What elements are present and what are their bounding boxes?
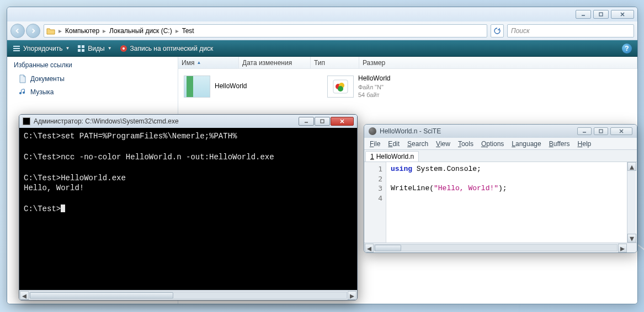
scite-vscrollbar[interactable]: ▴ ▾: [627, 162, 636, 243]
file-item-exe[interactable]: HelloWorld: [184, 74, 316, 99]
explorer-toolbar: Упорядочить ▼ Виды ▼ Запись на оптически…: [7, 40, 637, 57]
scite-title-text: HelloWorld.n - SciTE: [380, 127, 441, 135]
cmd-close-button[interactable]: [331, 117, 354, 126]
toolbar-burn[interactable]: Запись на оптический диск: [120, 45, 214, 52]
folder-icon: [46, 27, 55, 35]
documents-icon: [18, 74, 27, 83]
scite-editor[interactable]: 1234 using System.Console; WriteLine("He…: [364, 162, 637, 243]
breadcrumb-segment[interactable]: Test: [182, 27, 194, 35]
file-list: HelloWorld HelloWorld Файл "N" 54 байт: [178, 69, 637, 104]
scite-icon: [369, 127, 376, 135]
n-file-icon: [327, 76, 354, 98]
search-placeholder: Поиск: [511, 27, 530, 35]
explorer-titlebar[interactable]: [7, 7, 637, 21]
breadcrumb-segment[interactable]: Компьютер: [65, 27, 99, 35]
nav-back-button[interactable]: [10, 24, 25, 38]
column-size[interactable]: Размер: [359, 57, 637, 68]
scite-menu-file[interactable]: File: [370, 140, 380, 148]
column-name[interactable]: Имя ▲: [178, 57, 239, 68]
svg-rect-1: [599, 13, 603, 16]
explorer-minimize-button[interactable]: [576, 10, 591, 19]
toolbar-views-label: Виды: [88, 45, 104, 52]
svg-rect-10: [82, 49, 84, 52]
file-name: HelloWorld: [215, 82, 247, 91]
toolbar-views[interactable]: Виды ▼: [77, 45, 111, 52]
explorer-close-button[interactable]: [611, 10, 634, 19]
scite-menu-language[interactable]: Language: [512, 140, 541, 148]
scite-close-button[interactable]: [610, 127, 632, 135]
scroll-up-icon[interactable]: ▴: [627, 162, 636, 171]
column-headers: Имя ▲ Дата изменения Тип Размер: [178, 57, 637, 69]
scite-menu-view[interactable]: View: [436, 140, 450, 148]
sidebar-link-music[interactable]: Музыка: [14, 85, 171, 99]
scite-menu-help[interactable]: Help: [578, 140, 592, 148]
scite-tab-index: 1: [370, 153, 374, 160]
cmd-icon: [23, 117, 30, 125]
toolbar-organize[interactable]: Упорядочить ▼: [13, 45, 70, 52]
file-item-n[interactable]: HelloWorld Файл "N" 54 байт: [327, 74, 460, 99]
cmd-titlebar[interactable]: Администратор: C:\Windows\System32\cmd.e…: [19, 115, 357, 128]
sidebar-header: Избранные ссылки: [14, 61, 171, 69]
scroll-right-icon[interactable]: ▸: [348, 291, 356, 300]
chevron-right-icon: ▸: [175, 27, 179, 35]
scite-titlebar[interactable]: HelloWorld.n - SciTE: [364, 125, 637, 138]
svg-rect-22: [599, 130, 603, 133]
scroll-left-icon[interactable]: ◂: [20, 291, 29, 300]
scite-hscrollbar[interactable]: ◂ ▸: [364, 243, 637, 252]
scroll-right-icon[interactable]: ▸: [618, 244, 627, 252]
cmd-minimize-button[interactable]: [299, 117, 314, 126]
svg-rect-8: [82, 45, 84, 48]
views-icon: [77, 45, 85, 52]
scroll-thumb[interactable]: [375, 245, 401, 251]
cmd-maximize-button[interactable]: [315, 117, 330, 126]
search-input[interactable]: Поиск: [507, 24, 634, 37]
exe-icon: [184, 76, 210, 98]
column-type[interactable]: Тип: [311, 57, 359, 68]
scite-menu-tools[interactable]: Tools: [458, 140, 473, 148]
scite-menu-buffers[interactable]: Buffers: [549, 140, 570, 148]
sort-asc-icon: ▲: [196, 60, 201, 65]
refresh-button[interactable]: [491, 24, 504, 37]
help-button[interactable]: ?: [622, 44, 632, 53]
svg-point-16: [338, 86, 343, 92]
file-name: HelloWorld: [358, 74, 390, 83]
file-size: 54 байт: [358, 91, 390, 99]
explorer-maximize-button[interactable]: [593, 10, 609, 19]
cmd-title-text: Администратор: C:\Windows\System32\cmd.e…: [34, 117, 179, 125]
chevron-right-icon: ▸: [58, 27, 62, 35]
column-date[interactable]: Дата изменения: [239, 57, 311, 68]
svg-rect-6: [13, 50, 20, 51]
file-type: Файл "N": [358, 83, 390, 91]
svg-rect-5: [13, 48, 20, 49]
scite-maximize-button[interactable]: [594, 127, 608, 135]
svg-rect-9: [78, 49, 81, 52]
chevron-right-icon: ▸: [103, 27, 106, 35]
chevron-down-icon: ▼: [65, 46, 70, 51]
scite-gutter: 1234: [364, 162, 386, 243]
scite-menubar: FileEditSearchViewToolsOptionsLanguageBu…: [364, 138, 637, 150]
scite-code[interactable]: using System.Console; WriteLine("Hello, …: [386, 162, 637, 243]
scite-minimize-button[interactable]: [577, 127, 592, 135]
toolbar-organize-label: Упорядочить: [23, 45, 62, 52]
organize-icon: [13, 45, 20, 52]
scroll-left-icon[interactable]: ◂: [365, 244, 374, 252]
cmd-hscrollbar[interactable]: ◂ ▸: [19, 290, 357, 300]
cmd-window: Администратор: C:\Windows\System32\cmd.e…: [19, 114, 358, 300]
scite-tab[interactable]: 1 HelloWorld.n: [365, 151, 419, 162]
svg-rect-4: [13, 46, 20, 47]
scite-menu-options[interactable]: Options: [481, 140, 504, 148]
scite-window: HelloWorld.n - SciTE FileEditSearchViewT…: [364, 124, 637, 253]
scite-menu-edit[interactable]: Edit: [388, 140, 400, 148]
scite-menu-search[interactable]: Search: [407, 140, 428, 148]
cmd-output[interactable]: C:\Test>set PATH=%ProgramFiles%\Nemerle;…: [19, 128, 357, 290]
scite-tabstrip: 1 HelloWorld.n: [364, 150, 637, 162]
disc-icon: [120, 45, 127, 52]
breadcrumb[interactable]: ▸ Компьютер ▸ Локальный диск (C:) ▸ Test: [44, 24, 487, 37]
scroll-track[interactable]: [374, 244, 618, 251]
breadcrumb-segment[interactable]: Локальный диск (C:): [109, 27, 172, 35]
scroll-thumb[interactable]: [30, 292, 173, 299]
scroll-down-icon[interactable]: ▾: [627, 234, 636, 243]
nav-forward-button[interactable]: [26, 24, 40, 38]
sidebar-link-documents[interactable]: Документы: [14, 72, 171, 85]
sidebar-link-label: Музыка: [30, 88, 54, 96]
